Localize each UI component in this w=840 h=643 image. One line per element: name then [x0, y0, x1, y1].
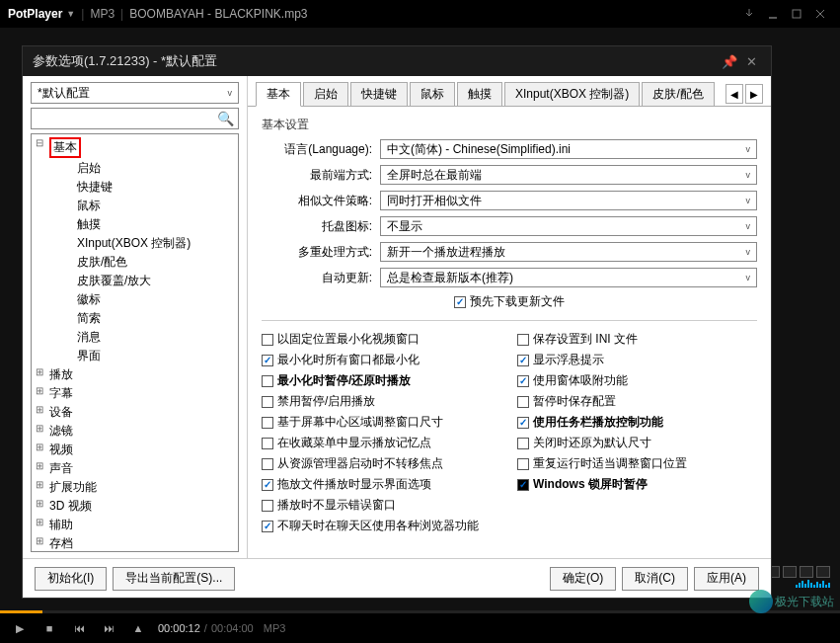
app-titlebar: PotPlayer ▼ | MP3 | BOOMBAYAH - BLACKPIN… [0, 0, 840, 28]
stop-button[interactable]: ■ [39, 618, 59, 638]
checkbox[interactable]: 关闭时还原为默认尺寸 [517, 435, 757, 451]
tab[interactable]: 基本 [256, 82, 301, 107]
tab[interactable]: XInput(XBOX 控制器) [504, 82, 640, 106]
group-label: 基本设置 [262, 117, 757, 133]
tree-basic[interactable]: 基本 [36, 136, 234, 159]
tree-item[interactable]: 徽标 [36, 290, 234, 309]
settings-area: 基本设置 语言(Language): 中文(简体) - Chinese(Simp… [248, 107, 771, 558]
prev-button[interactable]: ⏮ [69, 618, 89, 638]
checkbox[interactable]: 从资源管理器启动时不转移焦点 [262, 455, 501, 472]
ok-button[interactable]: 确定(O) [550, 567, 616, 591]
format-badge: MP3 [264, 622, 286, 634]
dialog-footer: 初始化(I) 导出当前配置(S)... 确定(O) 取消(C) 应用(A) [23, 558, 771, 598]
tree-item[interactable]: 播放 [36, 365, 234, 384]
tree-item[interactable]: 界面 [36, 347, 234, 365]
checkbox[interactable]: 以固定位置最小化视频窗口 [262, 331, 501, 348]
form-select[interactable]: 同时打开相似文件v [380, 191, 757, 210]
tree-item[interactable]: 3D 视频 [36, 497, 234, 516]
tree-item[interactable]: 皮肤/配色 [36, 253, 234, 272]
form-label: 相似文件策略: [262, 193, 380, 209]
time-info: 00:00:12 / 00:04:00 [158, 622, 254, 634]
checkbox[interactable]: 播放时不显示错误窗口 [262, 497, 501, 514]
dialog-close-icon[interactable]: ✕ [741, 51, 761, 71]
player-controls: ▶ ■ ⏮ ⏭ ▲ 00:00:12 / 00:04:00 MP3 [0, 613, 840, 643]
checkbox[interactable]: 保存设置到 INI 文件 [517, 331, 757, 348]
minimize-icon[interactable] [761, 4, 785, 24]
close-icon[interactable] [808, 4, 832, 24]
tab[interactable]: 皮肤/配色 [642, 82, 714, 106]
tree-item[interactable]: 字幕 [36, 384, 234, 403]
checkbox[interactable]: 在收藏菜单中显示播放记忆点 [262, 435, 501, 451]
tree-item[interactable]: 消息 [36, 328, 234, 347]
apply-button[interactable]: 应用(A) [694, 567, 759, 591]
title-dropdown-icon[interactable]: ▼ [66, 9, 75, 19]
form-select[interactable]: 全屏时总在最前端v [380, 165, 757, 185]
tree-item[interactable]: 触摸 [36, 215, 234, 234]
format-label: MP3 [90, 7, 115, 21]
tree-item[interactable]: 滤镜 [36, 422, 234, 441]
init-button[interactable]: 初始化(I) [35, 567, 107, 591]
maximize-icon[interactable] [785, 4, 808, 24]
form-label: 最前端方式: [262, 167, 380, 184]
checkbox[interactable]: 暂停时保存配置 [517, 393, 757, 410]
menu-button[interactable]: ▲ [128, 618, 148, 638]
tree-item[interactable]: XInput(XBOX 控制器) [36, 234, 234, 253]
pin-icon[interactable] [737, 4, 761, 24]
checkbox[interactable]: 显示浮悬提示 [517, 352, 757, 368]
tabs-row: 基本启始快捷键鼠标触摸XInput(XBOX 控制器)皮肤/配色 ◀ ▶ [248, 76, 771, 107]
left-panel: *默认配置v 🔍 基本 启始快捷键鼠标触摸XInput(XBOX 控制器)皮肤/… [23, 76, 248, 558]
checkbox[interactable]: 最小化时暂停/还原时播放 [262, 372, 501, 389]
search-box[interactable]: 🔍 [31, 108, 239, 129]
form-label: 语言(Language): [262, 141, 380, 158]
form-label: 自动更新: [262, 270, 380, 286]
checkbox[interactable]: 拖放文件播放时显示界面选项 [262, 476, 501, 493]
search-input[interactable] [36, 112, 217, 125]
form-select[interactable]: 总是检查最新版本(推荐)v [380, 268, 757, 287]
checkbox[interactable]: Windows 锁屏时暂停 [517, 476, 757, 493]
tree-item[interactable]: 设备 [36, 403, 234, 422]
form-label: 托盘图标: [262, 218, 380, 235]
tab[interactable]: 鼠标 [410, 82, 455, 106]
dialog-pin-icon[interactable]: 📌 [720, 51, 739, 71]
svg-rect-1 [793, 10, 801, 18]
dialog-titlebar: 参数选项(1.7.21233) - *默认配置 📌 ✕ [23, 46, 771, 76]
visualizer [796, 580, 830, 588]
checkbox[interactable]: 重复运行时适当调整窗口位置 [517, 455, 757, 472]
checkbox[interactable]: 使用任务栏播放控制功能 [517, 414, 757, 431]
tree-item[interactable]: 启始 [36, 159, 234, 178]
config-select[interactable]: *默认配置v [31, 82, 239, 104]
checkbox[interactable]: 最小化时所有窗口都最小化 [262, 352, 501, 368]
tree-item[interactable]: 快捷键 [36, 178, 234, 197]
tree-item[interactable]: 存档 [36, 534, 234, 552]
checkbox[interactable]: 禁用暂停/启用播放 [262, 393, 501, 410]
tab-scroll-left[interactable]: ◀ [725, 84, 743, 104]
tree-item[interactable]: 视频 [36, 441, 234, 459]
tab[interactable]: 触摸 [457, 82, 502, 106]
tree-item[interactable]: 辅助 [36, 516, 234, 534]
preferences-dialog: 参数选项(1.7.21233) - *默认配置 📌 ✕ *默认配置v 🔍 基本 … [22, 45, 772, 599]
tree-item[interactable]: 声音 [36, 459, 234, 478]
tab[interactable]: 启始 [303, 82, 348, 106]
next-button[interactable]: ⏭ [99, 618, 118, 638]
tree-item[interactable]: 皮肤覆盖/放大 [36, 272, 234, 290]
form-select[interactable]: 新开一个播放进程播放v [380, 242, 757, 262]
tab[interactable]: 快捷键 [350, 82, 408, 106]
song-title: BOOMBAYAH - BLACKPINK.mp3 [129, 7, 307, 21]
tab-scroll-right[interactable]: ▶ [745, 84, 763, 104]
form-select[interactable]: 中文(简体) - Chinese(Simplified).iniv [380, 139, 757, 159]
cancel-button[interactable]: 取消(C) [622, 567, 688, 591]
nav-tree[interactable]: 基本 启始快捷键鼠标触摸XInput(XBOX 控制器)皮肤/配色皮肤覆盖/放大… [31, 133, 239, 552]
tree-item[interactable]: 扩展功能 [36, 478, 234, 497]
search-icon[interactable]: 🔍 [217, 111, 234, 126]
form-select[interactable]: 不显示v [380, 216, 757, 236]
tree-item[interactable]: 鼠标 [36, 197, 234, 215]
checkbox[interactable]: 不聊天时在聊天区使用各种浏览器功能 [262, 518, 501, 534]
dialog-title-text: 参数选项(1.7.21233) - *默认配置 [33, 52, 217, 70]
right-panel: 基本启始快捷键鼠标触摸XInput(XBOX 控制器)皮肤/配色 ◀ ▶ 基本设… [248, 76, 771, 558]
checkbox[interactable]: 基于屏幕中心区域调整窗口尺寸 [262, 414, 501, 431]
chk-predownload[interactable]: 预先下载更新文件 [454, 293, 565, 310]
tree-item[interactable]: 简索 [36, 309, 234, 328]
checkbox[interactable]: 使用窗体吸附功能 [517, 372, 757, 389]
export-button[interactable]: 导出当前配置(S)... [113, 567, 235, 591]
play-button[interactable]: ▶ [10, 618, 30, 638]
